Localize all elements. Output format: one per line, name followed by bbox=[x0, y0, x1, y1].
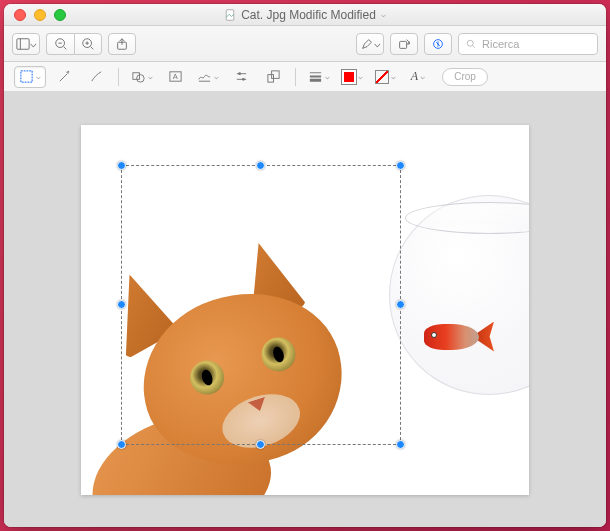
text-button[interactable]: A bbox=[161, 66, 189, 88]
svg-point-17 bbox=[137, 75, 145, 83]
fill-swatch-icon bbox=[375, 70, 389, 84]
share-button[interactable] bbox=[108, 33, 136, 55]
text-icon: A bbox=[168, 69, 183, 84]
chevron-down-icon: ⌵ bbox=[374, 37, 381, 50]
rotate-button[interactable] bbox=[390, 33, 418, 55]
view-mode-button[interactable]: ⌵ bbox=[12, 33, 40, 55]
pen-icon bbox=[360, 37, 374, 51]
markup-icon bbox=[431, 37, 445, 51]
zoom-out-button[interactable] bbox=[46, 33, 74, 55]
main-toolbar: ⌵ ⌵ Ricerca bbox=[4, 26, 606, 62]
signature-icon bbox=[197, 69, 212, 84]
crop-label: Crop bbox=[454, 71, 476, 82]
border-style-button[interactable]: ⌵ bbox=[304, 66, 334, 88]
shapes-icon bbox=[131, 69, 146, 84]
close-window-button[interactable] bbox=[14, 9, 26, 21]
separator bbox=[295, 68, 296, 86]
instant-alpha-button[interactable] bbox=[50, 66, 78, 88]
highlight-button[interactable]: ⌵ bbox=[356, 33, 384, 55]
markup-toggle-button[interactable] bbox=[424, 33, 452, 55]
search-placeholder: Ricerca bbox=[482, 38, 519, 50]
resize-handle-top-left[interactable] bbox=[117, 161, 126, 170]
chevron-down-icon: ⌵ bbox=[148, 72, 153, 81]
svg-rect-0 bbox=[226, 9, 234, 20]
canvas-area bbox=[4, 92, 606, 527]
window-title-wrap: Cat. Jpg Modific Modified ⌵ bbox=[4, 8, 606, 22]
svg-rect-1 bbox=[16, 38, 28, 49]
resize-handle-bottom-right[interactable] bbox=[396, 440, 405, 449]
shapes-button[interactable]: ⌵ bbox=[127, 66, 157, 88]
adjust-size-button[interactable] bbox=[259, 66, 287, 88]
pencil-icon bbox=[89, 69, 104, 84]
dropdown-chevron-icon: ⌵ bbox=[381, 10, 386, 19]
resize-handle-middle-left[interactable] bbox=[117, 300, 126, 309]
search-icon bbox=[465, 38, 477, 50]
sidebar-icon bbox=[16, 37, 30, 51]
text-style-label: A bbox=[411, 69, 418, 84]
resize-handle-middle-right[interactable] bbox=[396, 300, 405, 309]
svg-point-24 bbox=[241, 78, 244, 81]
markup-toolbar: ⌵ ⌵ A ⌵ ⌵ ⌵ bbox=[4, 62, 606, 92]
resize-handle-bottom-left[interactable] bbox=[117, 440, 126, 449]
chevron-down-icon: ⌵ bbox=[30, 37, 37, 50]
svg-rect-15 bbox=[21, 71, 32, 82]
svg-rect-16 bbox=[133, 73, 140, 80]
fishbowl-graphic bbox=[389, 195, 529, 395]
chevron-down-icon: ⌵ bbox=[214, 72, 219, 81]
sketch-button[interactable] bbox=[82, 66, 110, 88]
fullscreen-window-button[interactable] bbox=[54, 9, 66, 21]
share-icon bbox=[115, 37, 129, 51]
zoom-in-button[interactable] bbox=[74, 33, 102, 55]
document-canvas[interactable] bbox=[81, 125, 529, 495]
chevron-down-icon: ⌵ bbox=[325, 72, 330, 81]
resize-handle-top-middle[interactable] bbox=[256, 161, 265, 170]
resize-handle-top-right[interactable] bbox=[396, 161, 405, 170]
minimize-window-button[interactable] bbox=[34, 9, 46, 21]
chevron-down-icon: ⌵ bbox=[420, 72, 425, 81]
rotate-icon bbox=[397, 37, 411, 51]
wand-icon bbox=[57, 69, 72, 84]
svg-line-7 bbox=[91, 46, 94, 49]
selection-tool-button[interactable]: ⌵ bbox=[14, 66, 46, 88]
text-style-button[interactable]: A ⌵ bbox=[404, 66, 432, 88]
chevron-down-icon: ⌵ bbox=[391, 72, 396, 81]
search-field[interactable]: Ricerca bbox=[458, 33, 598, 55]
document-icon bbox=[224, 9, 236, 21]
line-weight-icon bbox=[308, 69, 323, 84]
svg-point-13 bbox=[467, 40, 473, 46]
svg-line-4 bbox=[63, 46, 66, 49]
chevron-down-icon: ⌵ bbox=[358, 72, 363, 81]
adjust-color-button[interactable] bbox=[227, 66, 255, 88]
zoom-out-icon bbox=[54, 37, 68, 51]
chevron-down-icon: ⌵ bbox=[36, 72, 41, 81]
selection-marquee[interactable] bbox=[121, 165, 401, 445]
traffic-lights bbox=[4, 9, 66, 21]
crop-button[interactable]: Crop bbox=[442, 68, 488, 86]
zoom-in-icon bbox=[81, 37, 95, 51]
fill-color-button[interactable]: ⌵ bbox=[371, 66, 400, 88]
border-color-button[interactable]: ⌵ bbox=[338, 66, 367, 88]
svg-text:A: A bbox=[172, 72, 177, 81]
svg-line-14 bbox=[473, 45, 475, 47]
svg-rect-11 bbox=[400, 41, 407, 48]
resize-icon bbox=[266, 69, 281, 84]
titlebar: Cat. Jpg Modific Modified ⌵ bbox=[4, 4, 606, 26]
resize-handle-bottom-middle[interactable] bbox=[256, 440, 265, 449]
fish-graphic bbox=[409, 320, 494, 355]
selection-rect-icon bbox=[19, 69, 34, 84]
color-swatch-icon bbox=[342, 70, 356, 84]
sliders-icon bbox=[234, 69, 249, 84]
separator bbox=[118, 68, 119, 86]
sign-button[interactable]: ⌵ bbox=[193, 66, 223, 88]
svg-point-22 bbox=[238, 72, 241, 75]
window-title: Cat. Jpg Modific Modified bbox=[241, 8, 376, 22]
preview-window: Cat. Jpg Modific Modified ⌵ ⌵ ⌵ bbox=[4, 4, 606, 527]
